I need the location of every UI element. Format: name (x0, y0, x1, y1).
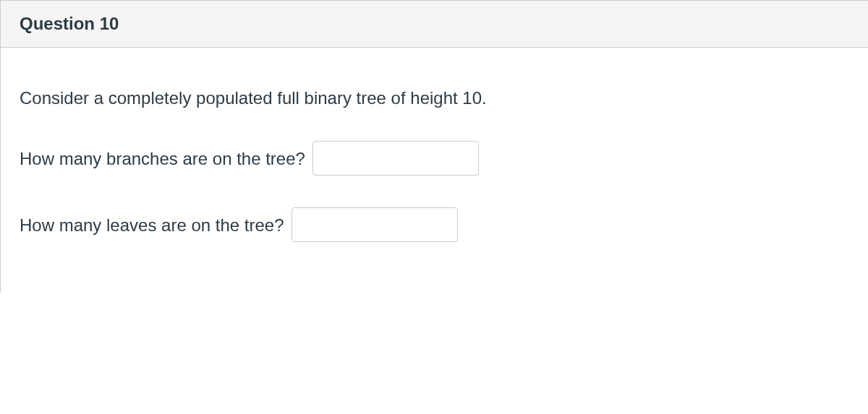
branches-label: How many branches are on the tree? (20, 147, 305, 170)
question-body: Consider a completely populated full bin… (1, 48, 868, 293)
question-prompt: Consider a completely populated full bin… (20, 87, 849, 109)
leaves-row: How many leaves are on the tree? (20, 207, 849, 242)
question-title: Question 10 (20, 14, 849, 34)
leaves-label: How many leaves are on the tree? (20, 214, 284, 236)
branches-row: How many branches are on the tree? (20, 141, 849, 176)
leaves-input[interactable] (292, 207, 458, 242)
question-container: Question 10 Consider a completely popula… (0, 0, 868, 293)
question-header: Question 10 (1, 1, 868, 48)
branches-input[interactable] (312, 141, 479, 176)
